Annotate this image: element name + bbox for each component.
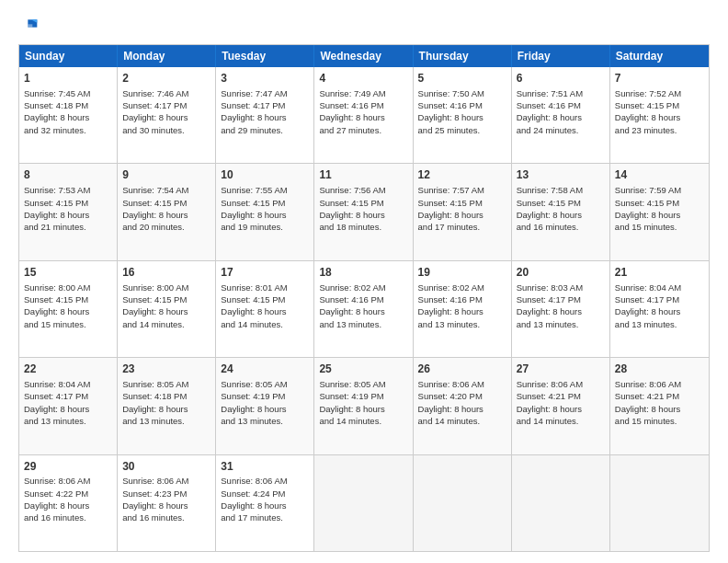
day-info: Sunrise: 7:53 AM — [24, 185, 90, 195]
day-info: Sunrise: 7:47 AM — [221, 88, 287, 98]
day-number: 23 — [122, 362, 210, 377]
day-info: and 13 minutes. — [615, 319, 677, 329]
calendar-week-1: 1Sunrise: 7:45 AMSunset: 4:18 PMDaylight… — [19, 67, 709, 164]
day-cell-4: 4Sunrise: 7:49 AMSunset: 4:16 PMDaylight… — [314, 67, 413, 163]
day-info: Daylight: 8 hours — [24, 306, 89, 316]
calendar-week-4: 22Sunrise: 8:04 AMSunset: 4:17 PMDayligh… — [19, 358, 709, 454]
day-info: and 13 minutes. — [517, 319, 579, 329]
day-info: Sunset: 4:20 PM — [418, 391, 483, 401]
calendar-header: SundayMondayTuesdayWednesdayThursdayFrid… — [19, 45, 709, 67]
day-info: Sunrise: 8:03 AM — [517, 282, 583, 293]
day-number: 15 — [24, 265, 112, 281]
day-info: and 15 minutes. — [24, 319, 86, 329]
day-info: and 27 minutes. — [319, 125, 381, 135]
day-info: Sunrise: 8:04 AM — [615, 282, 681, 293]
day-info: Sunset: 4:15 PM — [319, 198, 383, 208]
day-cell-9: 9Sunrise: 7:54 AMSunset: 4:15 PMDaylight… — [118, 164, 216, 259]
day-info: Sunrise: 8:02 AM — [319, 282, 385, 293]
day-number: 5 — [418, 71, 506, 86]
day-info: Sunset: 4:15 PM — [122, 198, 187, 208]
day-info: and 13 minutes. — [221, 416, 283, 426]
day-info: Sunset: 4:16 PM — [517, 100, 581, 110]
day-cell-22: 22Sunrise: 8:04 AMSunset: 4:17 PMDayligh… — [19, 358, 118, 454]
day-info: Daylight: 8 hours — [122, 404, 188, 414]
day-info: Daylight: 8 hours — [319, 112, 384, 122]
day-info: Daylight: 8 hours — [418, 404, 483, 414]
day-info: and 16 minutes. — [517, 222, 579, 232]
day-cell-29: 29Sunrise: 8:06 AMSunset: 4:22 PMDayligh… — [19, 455, 118, 551]
day-info: Daylight: 8 hours — [517, 112, 582, 122]
day-number: 6 — [517, 71, 605, 86]
day-info: and 25 minutes. — [418, 125, 481, 135]
day-number: 24 — [221, 362, 309, 377]
day-info: Sunrise: 8:02 AM — [418, 282, 484, 293]
day-info: Daylight: 8 hours — [319, 306, 384, 316]
day-info: Sunset: 4:15 PM — [24, 294, 88, 304]
day-info: Daylight: 8 hours — [615, 404, 680, 414]
day-info: and 20 minutes. — [122, 222, 185, 232]
day-info: Daylight: 8 hours — [24, 210, 89, 220]
day-info: Sunset: 4:21 PM — [517, 391, 581, 401]
calendar-body: 1Sunrise: 7:45 AMSunset: 4:18 PMDaylight… — [19, 67, 709, 551]
day-info: Sunset: 4:18 PM — [24, 100, 88, 110]
day-number: 30 — [122, 459, 210, 475]
day-info: Sunset: 4:22 PM — [24, 488, 88, 499]
header-day-sunday: Sunday — [19, 45, 118, 67]
day-info: Daylight: 8 hours — [122, 112, 188, 122]
day-info: Sunrise: 8:00 AM — [24, 282, 90, 293]
svg-marker-2 — [28, 24, 32, 27]
day-cell-15: 15Sunrise: 8:00 AMSunset: 4:15 PMDayligh… — [19, 261, 118, 357]
day-number: 22 — [24, 362, 112, 377]
day-info: and 14 minutes. — [319, 416, 381, 426]
day-number: 18 — [319, 265, 407, 281]
day-cell-25: 25Sunrise: 8:05 AMSunset: 4:19 PMDayligh… — [314, 358, 413, 454]
day-info: Daylight: 8 hours — [122, 306, 188, 316]
empty-cell — [414, 455, 512, 551]
header-day-wednesday: Wednesday — [314, 45, 413, 67]
day-cell-24: 24Sunrise: 8:05 AMSunset: 4:19 PMDayligh… — [216, 358, 314, 454]
day-info: Sunrise: 8:00 AM — [122, 282, 188, 293]
day-info: Sunrise: 7:59 AM — [615, 185, 681, 195]
day-number: 10 — [221, 167, 309, 183]
day-info: Sunset: 4:17 PM — [24, 391, 88, 401]
day-number: 19 — [418, 265, 506, 281]
day-info: and 13 minutes. — [122, 416, 185, 426]
day-info: Sunrise: 7:50 AM — [418, 88, 484, 98]
day-number: 16 — [122, 265, 210, 281]
day-cell-17: 17Sunrise: 8:01 AMSunset: 4:15 PMDayligh… — [216, 261, 314, 357]
day-number: 12 — [418, 167, 506, 183]
day-cell-31: 31Sunrise: 8:06 AMSunset: 4:24 PMDayligh… — [216, 455, 314, 551]
day-info: Sunrise: 8:06 AM — [418, 379, 484, 389]
day-info: Sunrise: 7:54 AM — [122, 185, 188, 195]
day-info: Daylight: 8 hours — [221, 404, 286, 414]
empty-cell — [512, 455, 610, 551]
day-cell-2: 2Sunrise: 7:46 AMSunset: 4:17 PMDaylight… — [118, 67, 216, 163]
day-info: Sunset: 4:21 PM — [615, 391, 679, 401]
day-cell-27: 27Sunrise: 8:06 AMSunset: 4:21 PMDayligh… — [512, 358, 610, 454]
day-cell-7: 7Sunrise: 7:52 AMSunset: 4:15 PMDaylight… — [610, 67, 709, 163]
empty-cell — [610, 455, 709, 551]
day-info: Sunset: 4:16 PM — [319, 294, 383, 304]
day-info: Sunrise: 7:46 AM — [122, 88, 188, 98]
day-info: and 14 minutes. — [122, 319, 185, 329]
day-info: Sunrise: 7:57 AM — [418, 185, 484, 195]
day-info: and 13 minutes. — [319, 319, 381, 329]
day-info: Sunset: 4:17 PM — [122, 100, 187, 110]
day-info: Sunrise: 7:49 AM — [319, 88, 385, 98]
day-cell-30: 30Sunrise: 8:06 AMSunset: 4:23 PMDayligh… — [118, 455, 216, 551]
day-info: Sunrise: 8:06 AM — [221, 476, 287, 486]
day-info: Sunrise: 8:01 AM — [221, 282, 287, 293]
day-info: Sunrise: 7:52 AM — [615, 88, 681, 98]
day-cell-16: 16Sunrise: 8:00 AMSunset: 4:15 PMDayligh… — [118, 261, 216, 357]
day-info: Sunset: 4:19 PM — [221, 391, 285, 401]
day-info: Sunrise: 8:06 AM — [517, 379, 583, 389]
day-number: 25 — [319, 362, 407, 377]
day-info: and 13 minutes. — [24, 416, 86, 426]
day-info: Sunrise: 7:58 AM — [517, 185, 583, 195]
day-cell-26: 26Sunrise: 8:06 AMSunset: 4:20 PMDayligh… — [414, 358, 512, 454]
day-cell-28: 28Sunrise: 8:06 AMSunset: 4:21 PMDayligh… — [610, 358, 709, 454]
day-info: and 30 minutes. — [122, 125, 185, 135]
day-number: 14 — [615, 167, 704, 183]
day-info: Daylight: 8 hours — [615, 112, 680, 122]
day-info: Daylight: 8 hours — [24, 112, 89, 122]
